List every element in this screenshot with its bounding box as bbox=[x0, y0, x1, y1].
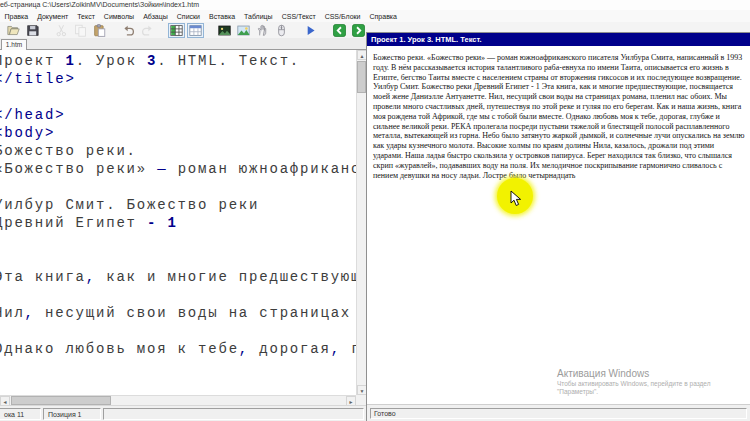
code-line: «Божество реки» — роман южноафриканского bbox=[0, 160, 356, 178]
code-line bbox=[0, 232, 356, 250]
menu-item-text[interactable]: Текст bbox=[73, 13, 100, 20]
code-line bbox=[0, 178, 356, 196]
table-preview-view-icon[interactable] bbox=[187, 23, 204, 38]
code-line: <body> bbox=[0, 124, 356, 142]
document-tab[interactable]: 1.htm bbox=[1, 39, 27, 50]
undo-icon[interactable] bbox=[120, 23, 137, 38]
mouse-cursor-icon bbox=[510, 190, 522, 207]
horizontal-scroll-thumb[interactable] bbox=[11, 396, 111, 405]
preview-title: Проект 1. Урок 3. HTML. Текст. bbox=[371, 35, 482, 44]
code-line: Нил, несущий свои воды на страницах рома… bbox=[0, 304, 356, 322]
menu-item-symbols[interactable]: Символы bbox=[99, 13, 138, 20]
code-line: </head> bbox=[0, 106, 356, 124]
code-line: Эта книга, как и многие предшествующие, bbox=[0, 268, 356, 286]
scrollbar-corner bbox=[356, 395, 366, 405]
run-preview-icon[interactable] bbox=[302, 23, 319, 38]
code-line: Проект 1. Урок 3. HTML. Текст. bbox=[0, 52, 356, 70]
code-line bbox=[0, 250, 356, 268]
code-line: Божество реки. bbox=[0, 142, 356, 160]
application-window: еб-страница C:\Users\ZoikinMV\Documents\… bbox=[0, 0, 750, 421]
cut-icon[interactable] bbox=[53, 23, 70, 38]
menu-item-help[interactable]: Справка bbox=[365, 13, 401, 20]
insert-image-icon[interactable] bbox=[216, 23, 233, 38]
menu-bar: ПравкаДокументТекстСимволыАбзацыСпискиВс… bbox=[0, 10, 750, 22]
menu-item-css-blocks[interactable]: CSS/Блоки bbox=[320, 13, 365, 20]
watermark-title: Активация Windows bbox=[557, 368, 711, 380]
status-line-indicator: ока 11 bbox=[0, 408, 41, 420]
watermark-line1: Чтобы активировать Windows, перейдите в … bbox=[557, 380, 711, 388]
code-line bbox=[0, 286, 356, 304]
menu-item-edit[interactable]: Правка bbox=[0, 13, 33, 20]
code-area[interactable]: Проект 1. Урок 3. HTML. Текст.</title> <… bbox=[0, 50, 356, 395]
nav-forward-icon[interactable] bbox=[350, 23, 367, 38]
preview-content[interactable]: Божество реки. «Божество реки» — роман ю… bbox=[367, 46, 750, 405]
windows-activation-watermark: Активация Windows Чтобы активировать Win… bbox=[557, 368, 711, 396]
code-line: </title> bbox=[0, 70, 356, 88]
nav-back-icon[interactable] bbox=[331, 23, 348, 38]
watermark-line2: "Параметры". bbox=[557, 388, 711, 396]
editor-horizontal-scrollbar[interactable]: ◄ ► bbox=[0, 395, 356, 405]
code-line: Уилбур Смит. Божество реки bbox=[0, 196, 356, 214]
redo-icon[interactable] bbox=[139, 23, 156, 38]
window-titlebar: еб-страница C:\Users\ZoikinMV\Documents\… bbox=[0, 0, 750, 10]
status-position-indicator: Позиция 1 bbox=[43, 408, 101, 420]
code-line: Древний Египет - 1 bbox=[0, 214, 356, 232]
menu-item-insert[interactable]: Вставка bbox=[205, 13, 240, 20]
menu-item-document[interactable]: Документ bbox=[33, 13, 73, 20]
open-file-icon[interactable] bbox=[5, 23, 22, 38]
status-empty-cell bbox=[103, 408, 364, 420]
insert-picture-icon[interactable] bbox=[235, 23, 252, 38]
window-title: еб-страница C:\Users\ZoikinMV\Documents\… bbox=[0, 1, 199, 8]
preview-status-bar: Готово bbox=[367, 404, 750, 421]
menu-item-tables[interactable]: Таблицы bbox=[240, 13, 278, 20]
code-line: Однако любовь моя к тебе, дорогая, глубж… bbox=[0, 340, 356, 358]
paste-icon[interactable] bbox=[91, 23, 108, 38]
code-line bbox=[0, 88, 356, 106]
menu-item-css-text[interactable]: CSS/Текст bbox=[277, 13, 320, 20]
copy-icon[interactable] bbox=[72, 23, 89, 38]
save-icon[interactable] bbox=[24, 23, 41, 38]
vertical-scroll-thumb[interactable] bbox=[357, 61, 366, 93]
preview-window: Проект 1. Урок 3. HTML. Текст. Божество … bbox=[366, 32, 750, 421]
editor-vertical-scrollbar[interactable]: ▲ ▼ bbox=[356, 50, 366, 395]
pointer-tool-icon[interactable] bbox=[273, 23, 290, 38]
preview-status-text: Готово bbox=[370, 408, 747, 419]
editor-status-bar: ока 11 Позиция 1 bbox=[0, 405, 366, 421]
preview-text: Божество реки. «Божество реки» — роман ю… bbox=[367, 46, 750, 180]
menu-item-lists[interactable]: Списки bbox=[172, 13, 204, 20]
table-code-view-icon[interactable] bbox=[168, 23, 185, 38]
hand-tool-icon[interactable] bbox=[254, 23, 271, 38]
menu-item-paragraphs[interactable]: Абзацы bbox=[139, 13, 173, 20]
preview-titlebar[interactable]: Проект 1. Урок 3. HTML. Текст. bbox=[367, 33, 750, 46]
code-line bbox=[0, 322, 356, 340]
editor-pane: Проект 1. Урок 3. HTML. Текст.</title> <… bbox=[0, 50, 366, 421]
